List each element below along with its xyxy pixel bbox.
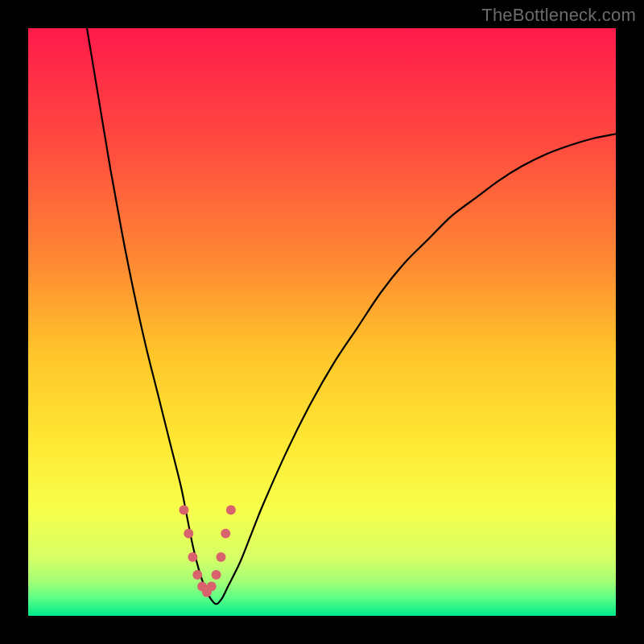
chart-stage: TheBottleneck.com [0, 0, 644, 644]
bottleneck-curve-path [87, 28, 616, 604]
min-region-dot [216, 552, 225, 562]
plot-area [28, 28, 616, 616]
min-region-dot [221, 529, 230, 539]
min-region-dot [226, 506, 236, 515]
min-region-dot [212, 570, 221, 580]
min-region-dot [192, 570, 202, 580]
min-region-dot [179, 506, 188, 515]
min-region-dot [184, 529, 193, 539]
min-region-dot [207, 582, 217, 592]
curve-layer [28, 28, 616, 616]
min-region-dot [188, 552, 197, 562]
watermark-text: TheBottleneck.com [481, 5, 636, 26]
